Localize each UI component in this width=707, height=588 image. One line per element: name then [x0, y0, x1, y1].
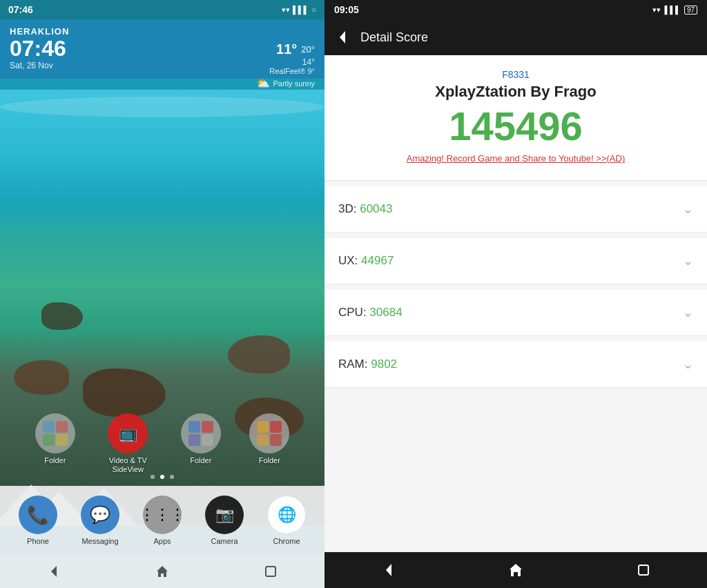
folder-2-icon: [181, 413, 221, 453]
weather-condition: Partly sunny: [273, 79, 315, 88]
chevron-ram: ⌄: [683, 357, 693, 372]
dock-messaging-label: Messaging: [81, 537, 118, 545]
folder-cell: [188, 434, 200, 446]
dock: 📞 Phone 💬 Messaging ⋮⋮⋮ Apps 📷 Camera: [0, 486, 325, 555]
left-status-icons: ▾▾ ▌▌▌ ○: [282, 6, 316, 14]
svg-rect-6: [639, 565, 648, 575]
weather-widget: HERAKLION 07:46 Sat, 26 Nov 11° 20° 14° …: [0, 19, 325, 79]
weather-temp-main: 11°: [276, 41, 297, 57]
score-item-3d[interactable]: 3D: 60043 ⌄: [325, 186, 707, 233]
folder-3-icon-item[interactable]: Folder: [249, 413, 289, 474]
total-score: 145496: [338, 106, 693, 146]
score-item-cpu[interactable]: CPU: 30684 ⌄: [325, 290, 707, 336]
folder-2-icon-item[interactable]: Folder: [181, 413, 221, 474]
dock-apps-label: Apps: [153, 537, 171, 545]
folder-cell: [43, 421, 55, 433]
weather-realfeel: RealFeel® 9°: [256, 67, 315, 75]
folder-3-icon: [249, 413, 289, 453]
score-ram-text: RAM: 9802: [338, 357, 397, 371]
score-item-ram[interactable]: RAM: 9802 ⌄: [325, 342, 707, 388]
dot-1: [151, 475, 155, 479]
dock-apps-item[interactable]: ⋮⋮⋮ Apps: [143, 496, 182, 545]
right-home-button[interactable]: [499, 553, 532, 587]
folder-2-inner: [188, 421, 213, 446]
svg-marker-0: [51, 566, 57, 577]
dot-2-active: [160, 475, 164, 479]
folder-cell: [257, 421, 269, 433]
right-recents-button[interactable]: [627, 553, 660, 587]
folder-cell: [202, 421, 213, 433]
left-status-bar: 07:46 ▾▾ ▌▌▌ ○: [0, 0, 325, 19]
signal-icon: ▌▌▌: [293, 6, 309, 14]
weather-temp-high: 20°: [301, 44, 315, 55]
score-item-ux[interactable]: UX: 44967 ⌄: [325, 238, 707, 284]
folder-2-label: Folder: [190, 456, 211, 465]
dock-phone-icon: 📞: [19, 496, 57, 534]
device-id: F8331: [338, 69, 693, 80]
svg-marker-1: [157, 566, 168, 577]
right-wifi-icon: ▾▾: [652, 6, 661, 14]
score-cpu-text: CPU: 30684: [338, 306, 403, 320]
right-battery: 97: [684, 6, 697, 14]
folder-cell: [270, 421, 282, 433]
rock3: [228, 335, 290, 373]
right-status-time: 09:05: [334, 4, 359, 15]
weather-temp-low: 14°: [256, 57, 315, 67]
left-home-button[interactable]: [148, 558, 176, 585]
dock-messaging-item[interactable]: 💬 Messaging: [81, 496, 119, 545]
right-status-bar: 09:05 ▾▾ ▌▌▌ 97: [325, 0, 707, 19]
rock1: [14, 360, 69, 395]
folder-cell: [43, 434, 55, 446]
rock4: [41, 302, 83, 330]
dock-chrome-item[interactable]: 🌐 Chrome: [267, 496, 306, 545]
svg-marker-3: [340, 31, 345, 43]
weather-right: 11° 20° 14° RealFeel® 9° ⛅ Partly sunny: [256, 41, 315, 90]
score-header: F8331 XplayZtation By Frago 145496 Amazi…: [325, 55, 707, 181]
dock-phone-label: Phone: [27, 537, 49, 545]
battery-icon: ○: [311, 6, 316, 14]
back-button[interactable]: [334, 30, 349, 45]
score-items-container: 3D: 60043 ⌄ UX: 44967 ⌄ CPU: 30684 ⌄ RAM…: [325, 186, 707, 388]
dots-indicator: [0, 475, 325, 479]
right-status-icons: ▾▾ ▌▌▌ 97: [652, 6, 697, 14]
dock-phone-item[interactable]: 📞 Phone: [19, 496, 57, 545]
right-signal-icon: ▌▌▌: [664, 6, 680, 14]
dock-messaging-icon: 💬: [81, 496, 119, 534]
right-nav-bar: [325, 552, 707, 588]
dock-chrome-label: Chrome: [273, 537, 300, 545]
left-back-button[interactable]: [40, 558, 68, 585]
folder-cell: [257, 434, 269, 446]
folder-3-label: Folder: [259, 456, 280, 465]
toolbar-title: Detail Score: [360, 30, 428, 45]
svg-rect-2: [266, 567, 275, 576]
folder-cell: [188, 421, 200, 433]
rock2: [83, 369, 166, 417]
device-name: XplayZtation By Frago: [338, 83, 693, 101]
folder-cell: [202, 434, 213, 446]
svg-marker-5: [510, 564, 522, 576]
folder-3-inner: [257, 421, 282, 446]
right-back-button[interactable]: [371, 553, 405, 587]
chevron-ux: ⌄: [683, 253, 693, 268]
wifi-icon: ▾▾: [282, 6, 290, 14]
video-tv-label: Video & TV SideView: [104, 456, 152, 474]
app-icons-area: Folder 📺 Video & TV SideView Folder: [0, 413, 325, 474]
chevron-cpu: ⌄: [683, 305, 693, 320]
left-nav-bar: [0, 555, 325, 588]
chevron-3d: ⌄: [683, 202, 693, 217]
dock-apps-icon: ⋮⋮⋮: [143, 496, 182, 534]
folder-cell: [56, 434, 68, 446]
svg-marker-4: [386, 564, 391, 576]
left-recents-button[interactable]: [257, 558, 284, 585]
folder-cell: [56, 421, 68, 433]
folder-1-inner: [43, 421, 68, 446]
dock-camera-item[interactable]: 📷 Camera: [205, 496, 244, 545]
ad-text[interactable]: Amazing! Record Game and Share to Youtub…: [338, 153, 693, 164]
water-ripple: [0, 97, 325, 117]
folder-1-icon: [35, 413, 75, 453]
score-3d-text: 3D: 60043: [338, 202, 392, 216]
video-tv-icon: 📺: [108, 413, 148, 453]
folder-1-icon-item[interactable]: Folder: [35, 413, 75, 474]
folder-cell: [270, 434, 282, 446]
video-tv-sideview-item[interactable]: 📺 Video & TV SideView: [104, 413, 152, 474]
